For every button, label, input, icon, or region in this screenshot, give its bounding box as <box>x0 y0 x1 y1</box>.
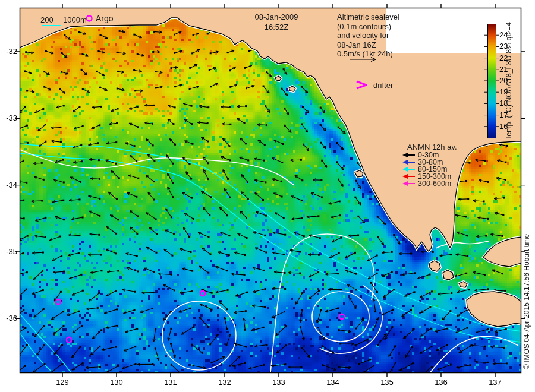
y-axis-tick-label: -34 <box>0 181 17 189</box>
anmn-legend: 0-30m30-80m80-150m150-300m300-600m <box>402 151 451 187</box>
y-axis-tick-label: -36 <box>0 314 17 323</box>
left-arrow-icon <box>402 181 416 186</box>
x-axis-tick-label: 130 <box>103 378 130 387</box>
y-axis-tick-label: -33 <box>0 113 17 122</box>
isobath-200-label: 200 <box>40 15 54 24</box>
colorbar-label: Temp. (°C) NOAA18_L3U 8% ql>=4 <box>505 17 514 140</box>
x-axis-tick-label: 131 <box>158 378 184 387</box>
x-axis-tick-label: 136 <box>428 378 454 387</box>
imos-watermark: © IMOS 04-Apr-2015 14:17:56 Hobart time <box>523 191 531 369</box>
left-arrow-icon <box>402 166 416 172</box>
sst-figure: 200 1000m Argo 08-Jan-2009 16:52Z Altime… <box>0 0 535 392</box>
annotation-line: Altimetric sealevel <box>337 12 399 22</box>
x-axis-tick-label: 137 <box>482 378 508 387</box>
annotation-line: (0.1m contours) <box>337 22 399 31</box>
altimetric-annotation: Altimetric sealevel (0.1m contours) and … <box>337 12 399 59</box>
drifter-label: drifter <box>373 81 393 90</box>
sst-map-canvas[interactable] <box>0 0 535 392</box>
anmn-depth-label: 300-600m <box>418 179 451 188</box>
annotation-line: and velocity for <box>337 31 399 40</box>
annotation-line: 0.5m/s (1kt 24h) <box>337 49 399 59</box>
y-axis-tick-label: -35 <box>0 247 17 256</box>
x-axis-tick-label: 132 <box>212 378 238 387</box>
date-label: 08-Jan-2009 <box>238 12 315 21</box>
x-axis-tick-label: 129 <box>49 378 75 387</box>
x-axis-tick-label: 135 <box>374 378 400 387</box>
left-arrow-icon <box>402 173 416 179</box>
isobath-1000-label: 1000m <box>63 15 87 24</box>
time-label: 16:52Z <box>238 23 315 31</box>
argo-legend-label: Argo <box>96 14 114 23</box>
left-arrow-icon <box>402 159 416 165</box>
y-axis-tick-label: -32 <box>0 47 17 56</box>
left-arrow-icon <box>402 152 416 158</box>
annotation-line: 08-Jan 16Z <box>337 40 399 50</box>
x-axis-tick-label: 134 <box>320 378 346 387</box>
x-axis-tick-label: 133 <box>266 378 292 387</box>
anmn-legend-item: 300-600m <box>402 180 451 187</box>
